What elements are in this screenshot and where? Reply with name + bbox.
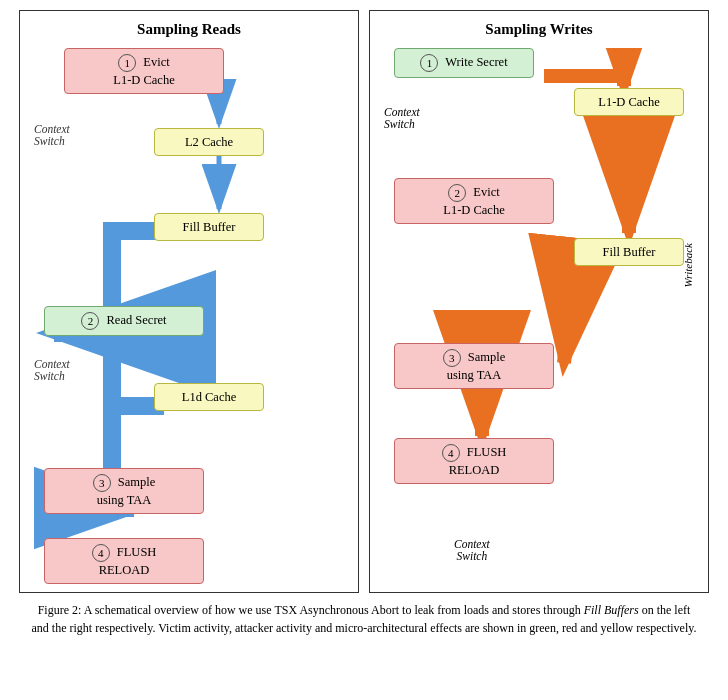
right-node-3: 3 Sampleusing TAA bbox=[394, 343, 554, 389]
main-container: Sampling Reads bbox=[0, 0, 728, 642]
right-title: Sampling Writes bbox=[384, 21, 694, 38]
right-ctx2: ContextSwitch bbox=[454, 538, 490, 562]
right-arrows bbox=[384, 48, 694, 578]
right-node-4: 4 FLUSHRELOAD bbox=[394, 438, 554, 484]
left-ctx2: ContextSwitch bbox=[34, 358, 70, 382]
right-num-2: 2 bbox=[448, 184, 466, 202]
left-node-4: 4 FLUSHRELOAD bbox=[44, 538, 204, 584]
right-l1d-label: L1-D Cache bbox=[598, 95, 659, 109]
right-layout: 1 Write Secret L1-D Cache ContextSwitch … bbox=[384, 48, 694, 578]
left-title: Sampling Reads bbox=[34, 21, 344, 38]
left-node2-label: Read Secret bbox=[107, 313, 167, 327]
left-l2-label: L2 Cache bbox=[185, 135, 233, 149]
caption-text: Figure 2: A schematical overview of how … bbox=[32, 603, 697, 635]
left-ctx1: ContextSwitch bbox=[34, 123, 70, 147]
left-node-2: 2 Read Secret bbox=[44, 306, 204, 336]
right-num-4: 4 bbox=[442, 444, 460, 462]
left-node-1: 1 EvictL1-D Cache bbox=[64, 48, 224, 94]
left-node-3: 3 Sampleusing TAA bbox=[44, 468, 204, 514]
left-fill: Fill Buffer bbox=[154, 213, 264, 241]
right-fill-label: Fill Buffer bbox=[603, 245, 656, 259]
right-num-1: 1 bbox=[420, 54, 438, 72]
right-num-3: 3 bbox=[443, 349, 461, 367]
left-layout: 1 EvictL1-D Cache ContextSwitch L2 Cache… bbox=[34, 48, 344, 578]
right-ctx1: ContextSwitch bbox=[384, 106, 420, 130]
left-l1d: L1d Cache bbox=[154, 383, 264, 411]
right-diagram: Sampling Writes bbox=[369, 10, 709, 593]
right-fill: Fill Buffer bbox=[574, 238, 684, 266]
left-diagram: Sampling Reads bbox=[19, 10, 359, 593]
right-node-1: 1 Write Secret bbox=[394, 48, 534, 78]
left-num-3: 3 bbox=[93, 474, 111, 492]
left-num-4: 4 bbox=[92, 544, 110, 562]
diagrams-row: Sampling Reads bbox=[10, 10, 718, 593]
left-num-2: 2 bbox=[81, 312, 99, 330]
right-l1d: L1-D Cache bbox=[574, 88, 684, 116]
right-node1-label: Write Secret bbox=[445, 55, 507, 69]
left-l2: L2 Cache bbox=[154, 128, 264, 156]
left-num-1: 1 bbox=[118, 54, 136, 72]
left-fill-label: Fill Buffer bbox=[183, 220, 236, 234]
right-node-2: 2 EvictL1-D Cache bbox=[394, 178, 554, 224]
caption: Figure 2: A schematical overview of how … bbox=[10, 593, 718, 642]
svg-line-9 bbox=[564, 266, 574, 363]
left-l1d-label: L1d Cache bbox=[182, 390, 237, 404]
